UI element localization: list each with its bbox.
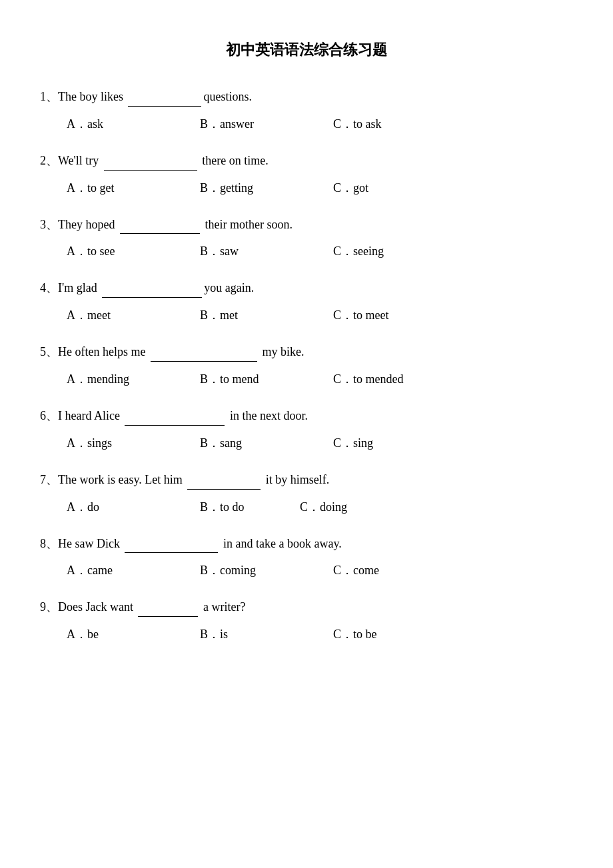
- question-text-2: 2、We'll try there on time.: [40, 151, 573, 171]
- questions-container: 1、The boy likes questions.A．askB．answerC…: [40, 87, 573, 642]
- page-title: 初中英语语法综合练习题: [40, 40, 573, 60]
- options-row-8: A．cameB．comingC．come: [40, 562, 573, 578]
- question-text-5: 5、He often helps me my bike.: [40, 342, 573, 362]
- question-after-3: their mother soon.: [202, 218, 293, 231]
- question-blank-8: [125, 534, 218, 554]
- option-7-0: A．do: [67, 499, 200, 515]
- question-before-2: We'll try: [58, 154, 102, 167]
- question-after-7: it by himself.: [263, 473, 329, 486]
- question-before-6: I heard Alice: [58, 409, 123, 422]
- question-after-6: in the next door.: [227, 409, 307, 422]
- question-text-8: 8、He saw Dick in and take a book away.: [40, 534, 573, 554]
- option-9-0: A．be: [67, 626, 200, 642]
- option-4-0: A．meet: [67, 307, 200, 323]
- option-4-1: B．met: [200, 307, 333, 323]
- question-block-8: 8、He saw Dick in and take a book away.A．…: [40, 534, 573, 579]
- question-blank-4: [102, 278, 202, 298]
- option-1-1: B．answer: [200, 116, 333, 132]
- options-row-4: A．meetB．metC．to meet: [40, 307, 573, 323]
- option-6-2: C．sing: [333, 435, 466, 451]
- question-blank-3: [120, 215, 200, 234]
- option-2-1: B．getting: [200, 180, 333, 196]
- question-before-7: The work is easy. Let him: [58, 473, 185, 486]
- question-before-1: The boy likes: [58, 90, 126, 103]
- question-text-1: 1、The boy likes questions.: [40, 87, 573, 107]
- option-8-0: A．came: [67, 562, 200, 578]
- options-row-3: A．to seeB．sawC．seeing: [40, 243, 573, 259]
- option-8-1: B．coming: [200, 562, 333, 578]
- option-4-2: C．to meet: [333, 307, 466, 323]
- question-before-3: They hoped: [58, 218, 118, 231]
- option-2-0: A．to get: [67, 180, 200, 196]
- question-text-6: 6、I heard Alice in the next door.: [40, 406, 573, 426]
- question-number-7: 7、: [40, 473, 58, 486]
- options-row-1: A．askB．answerC．to ask: [40, 116, 573, 132]
- question-number-8: 8、: [40, 537, 58, 550]
- option-8-2: C．come: [333, 562, 466, 578]
- option-1-2: C．to ask: [333, 116, 466, 132]
- question-blank-2: [104, 151, 197, 171]
- options-row-7: A．doB．to doC．doing: [40, 499, 573, 515]
- option-6-0: A．sings: [67, 435, 200, 451]
- question-block-5: 5、He often helps me my bike.A．mendingB．t…: [40, 342, 573, 387]
- question-block-9: 9、Does Jack want a writer?A．beB．isC．to b…: [40, 597, 573, 642]
- question-block-1: 1、The boy likes questions.A．askB．answerC…: [40, 87, 573, 132]
- question-block-4: 4、I'm glad you again.A．meetB．metC．to mee…: [40, 278, 573, 323]
- option-7-2: C．doing: [300, 499, 400, 515]
- option-7-1: B．to do: [200, 499, 300, 515]
- option-3-0: A．to see: [67, 243, 200, 259]
- option-3-1: B．saw: [200, 243, 333, 259]
- question-block-2: 2、We'll try there on time.A．to getB．gett…: [40, 151, 573, 196]
- option-9-2: C．to be: [333, 626, 466, 642]
- option-6-1: B．sang: [200, 435, 333, 451]
- question-number-3: 3、: [40, 218, 58, 231]
- question-before-5: He often helps me: [58, 345, 149, 358]
- question-before-9: Does Jack want: [58, 600, 136, 614]
- question-block-7: 7、The work is easy. Let him it by himsel…: [40, 470, 573, 515]
- question-block-6: 6、I heard Alice in the next door.A．sings…: [40, 406, 573, 451]
- question-number-6: 6、: [40, 409, 58, 422]
- question-number-9: 9、: [40, 600, 58, 614]
- question-number-5: 5、: [40, 345, 58, 358]
- question-blank-9: [138, 597, 198, 617]
- option-9-1: B．is: [200, 626, 333, 642]
- question-after-8: in and take a book away.: [220, 537, 341, 550]
- question-after-1: questions.: [203, 90, 252, 103]
- question-blank-6: [125, 406, 225, 426]
- question-blank-1: [128, 87, 201, 107]
- options-row-5: A．mendingB．to mendC．to mended: [40, 371, 573, 387]
- question-after-5: my bike.: [259, 345, 305, 358]
- question-text-7: 7、The work is easy. Let him it by himsel…: [40, 470, 573, 490]
- option-3-2: C．seeing: [333, 243, 466, 259]
- options-row-2: A．to getB．gettingC．got: [40, 180, 573, 196]
- option-2-2: C．got: [333, 180, 466, 196]
- question-text-3: 3、They hoped their mother soon.: [40, 215, 573, 234]
- question-after-2: there on time.: [199, 154, 269, 167]
- question-text-4: 4、I'm glad you again.: [40, 278, 573, 298]
- question-number-4: 4、: [40, 281, 58, 294]
- option-5-1: B．to mend: [200, 371, 333, 387]
- option-1-0: A．ask: [67, 116, 200, 132]
- question-after-9: a writer?: [200, 600, 245, 614]
- question-number-2: 2、: [40, 154, 58, 167]
- question-text-9: 9、Does Jack want a writer?: [40, 597, 573, 617]
- question-number-1: 1、: [40, 90, 58, 103]
- options-row-9: A．beB．isC．to be: [40, 626, 573, 642]
- question-before-4: I'm glad: [58, 281, 100, 294]
- question-block-3: 3、They hoped their mother soon.A．to seeB…: [40, 215, 573, 260]
- options-row-6: A．singsB．sangC．sing: [40, 435, 573, 451]
- option-5-2: C．to mended: [333, 371, 466, 387]
- question-blank-5: [151, 342, 257, 362]
- question-blank-7: [187, 470, 261, 490]
- question-before-8: He saw Dick: [58, 537, 123, 550]
- option-5-0: A．mending: [67, 371, 200, 387]
- question-after-4: you again.: [204, 281, 254, 294]
